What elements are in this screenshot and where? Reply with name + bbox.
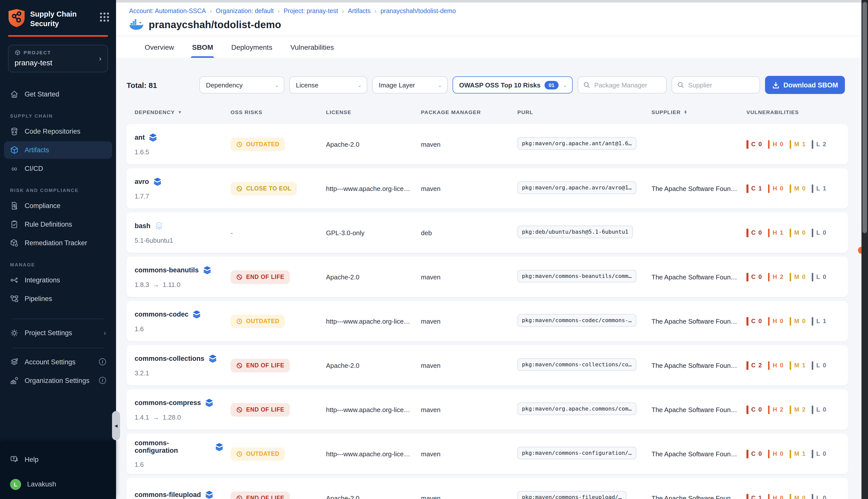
vuln-count-medium: M 0: [790, 228, 806, 237]
sidebar-item-compliance[interactable]: Compliance: [4, 197, 112, 214]
tab-sbom[interactable]: SBOM: [192, 36, 213, 58]
table-row[interactable]: commons-compress 1.4.1 → 1.28.0 END OF L…: [127, 389, 848, 430]
table-row[interactable]: commons-collections 3.2.1 END OF LIFE: [127, 345, 848, 386]
supplier-search-input[interactable]: [688, 81, 755, 89]
infinity-icon: ∞: [10, 164, 18, 173]
dependency-name: bash: [135, 222, 150, 229]
table-row[interactable]: commons-configuration 1.6 OUTDATED h: [127, 434, 848, 474]
dependency-filter-dropdown[interactable]: Dependency ⌄: [199, 76, 284, 94]
chevron-right-icon: ›: [104, 329, 106, 337]
breadcrumb-organization[interactable]: Organization: default: [216, 8, 274, 15]
download-sbom-button[interactable]: Download SBOM: [765, 76, 845, 94]
clock-icon: [236, 318, 243, 324]
sidebar-item-rule-definitions[interactable]: Rule Definitions: [4, 215, 112, 233]
purl-chip[interactable]: pkg:deb/ubuntu/bash@5.1-6ubuntu1: [517, 226, 633, 238]
purl-chip[interactable]: pkg:maven/org.apache.avro/avro@1…: [517, 181, 636, 194]
home-icon: [10, 90, 18, 98]
filter-bar: Total: 81 Dependency ⌄ License ⌄ Image L…: [127, 76, 848, 94]
dependency-cell[interactable]: commons-configuration 1.6: [135, 434, 231, 474]
sidebar-item-get-started[interactable]: Get Started: [4, 85, 112, 103]
dependency-cell[interactable]: commons-fileupload: [135, 478, 231, 499]
sidebar-item-project-settings[interactable]: Project Settings ›: [4, 324, 112, 341]
purl-chip[interactable]: pkg:maven/commons-collections/co…: [517, 358, 636, 371]
license-cell: http---www.apache.org-lice…: [326, 317, 421, 325]
purl-chip[interactable]: pkg:maven/commons-beanutils/comm…: [517, 270, 636, 282]
selected-count-badge: 01: [545, 81, 558, 89]
table-row[interactable]: avro 1.7.7 CLOSE TO EOL http---www.a: [127, 168, 848, 208]
package-manager-search[interactable]: [578, 76, 667, 94]
user-menu[interactable]: L Lavakush: [4, 475, 112, 493]
oss-risk-label: END OF LIFE: [246, 495, 284, 499]
vuln-count-low: L 1: [811, 184, 827, 193]
section-label-supply-chain: SUPPLY CHAIN: [10, 113, 106, 118]
purl-chip[interactable]: pkg:maven/commons-fileupload/…: [517, 491, 626, 499]
layers-icon: [193, 310, 201, 318]
oss-risk-empty: -: [231, 229, 233, 237]
vuln-count-high: H 0: [768, 317, 784, 325]
package-manager-cell: maven: [421, 141, 517, 148]
scrollbar-thumb[interactable]: [863, 2, 867, 233]
dependency-cell[interactable]: avro 1.7.7: [135, 168, 231, 208]
supplier-cell: The Apache Software Foun…: [652, 317, 746, 325]
purl-chip[interactable]: pkg:maven/commons-codec/commons-…: [517, 314, 636, 327]
purl-chip[interactable]: pkg:maven/org.apache.commons/com…: [517, 402, 636, 415]
sidebar-item-code-repositories[interactable]: Code Repositories: [4, 122, 112, 140]
ban-icon: [236, 406, 243, 413]
purl-chip[interactable]: pkg:maven/commons-configuration/…: [517, 447, 636, 459]
sidebar-item-account-settings[interactable]: Account Settings i: [4, 353, 112, 370]
search-icon: [677, 82, 684, 88]
tab-deployments[interactable]: Deployments: [231, 36, 272, 58]
table-row[interactable]: ant 1.6.5 OUTDATED Apache-2.0 ma: [127, 124, 848, 164]
column-header-dependency[interactable]: DEPENDENCY▼: [135, 109, 231, 115]
dependency-cell[interactable]: commons-beanutils 1.8.3 → 1.11.0: [135, 257, 231, 297]
sidebar-item-pipelines[interactable]: Pipelines: [4, 290, 112, 307]
sidebar-item-artifacts[interactable]: Artifacts: [4, 141, 112, 159]
column-header-supplier[interactable]: SUPPLIER▲▼: [652, 109, 746, 115]
breadcrumb-account[interactable]: Account: Automation-SSCA: [129, 8, 206, 15]
dependency-cell[interactable]: commons-collections 3.2.1: [135, 345, 231, 386]
table-row[interactable]: commons-beanutils 1.8.3 → 1.11.0 END OF …: [127, 257, 848, 297]
package-manager-search-input[interactable]: [594, 81, 661, 89]
sidebar-item-integrations[interactable]: Integrations: [4, 271, 112, 289]
vuln-count-high: H 2: [768, 405, 784, 414]
section-label-risk-compliance: RISK AND COMPLIANCE: [10, 187, 106, 193]
supplier-search[interactable]: [672, 76, 760, 94]
oss-risk-badge: CLOSE TO EOL: [231, 182, 297, 195]
dependency-cell[interactable]: commons-codec 1.6: [135, 301, 231, 341]
owasp-risks-filter-dropdown[interactable]: OWASP OSS Top 10 Risks 01 ⌄: [452, 76, 573, 94]
tab-vulnerabilities[interactable]: Vulnerabilities: [290, 36, 334, 58]
tab-overview[interactable]: Overview: [145, 36, 174, 58]
project-label: PROJECT: [24, 50, 51, 55]
license-filter-dropdown[interactable]: License ⌄: [289, 76, 367, 94]
breadcrumb-artifact-name[interactable]: pranaycshah/todolist-demo: [381, 8, 456, 15]
app-switcher-icon[interactable]: [100, 13, 109, 22]
sidebar-item-cicd[interactable]: ∞ CI/CD: [4, 160, 112, 177]
dependency-cell[interactable]: commons-compress 1.4.1 → 1.28.0: [135, 389, 231, 430]
dependency-cell[interactable]: ant 1.6.5: [135, 124, 231, 164]
sidebar-item-remediation-tracker[interactable]: Remediation Tracker: [4, 234, 112, 252]
breadcrumb-project[interactable]: Project: pranay-test: [284, 8, 338, 15]
table-row[interactable]: bash 5.1-6ubuntu1 - GPL-3.0-only deb pkg…: [127, 212, 848, 253]
table-row[interactable]: commons-codec 1.6 OUTDATED http---ww: [127, 301, 848, 341]
breadcrumb-artifacts[interactable]: Artifacts: [348, 8, 370, 15]
project-selector[interactable]: PROJECT pranay-test ›: [8, 45, 108, 72]
dependency-cell[interactable]: bash 5.1-6ubuntu1: [135, 212, 231, 253]
scrollbar-track[interactable]: [861, 0, 868, 499]
info-icon[interactable]: i: [99, 358, 106, 365]
sidebar-item-help[interactable]: Help: [4, 451, 112, 468]
vuln-count-low: L 1: [811, 317, 827, 325]
version-new: 1.28.0: [163, 413, 181, 421]
table-row[interactable]: commons-fileupload END OF LIFE Apac: [127, 478, 848, 499]
vuln-count-low: L 0: [811, 272, 827, 281]
vuln-count-low: L 0: [811, 228, 827, 237]
purl-chip[interactable]: pkg:maven/org.apache.ant/ant@1.6…: [517, 137, 636, 150]
sidebar-collapse-handle[interactable]: ◀: [112, 411, 120, 440]
info-icon[interactable]: i: [99, 377, 106, 384]
image-layer-filter-dropdown[interactable]: Image Layer ⌄: [372, 76, 448, 94]
sidebar-item-organization-settings[interactable]: Organization Settings i: [4, 372, 112, 389]
layers-icon: [154, 221, 163, 230]
vulnerabilities-cell: C 0H 0M 0L 1: [746, 317, 848, 325]
column-header-purl: PURL: [517, 109, 652, 115]
dependency-version: 1.4.1 → 1.28.0: [135, 413, 224, 421]
vuln-count-high: H 0: [768, 494, 784, 499]
